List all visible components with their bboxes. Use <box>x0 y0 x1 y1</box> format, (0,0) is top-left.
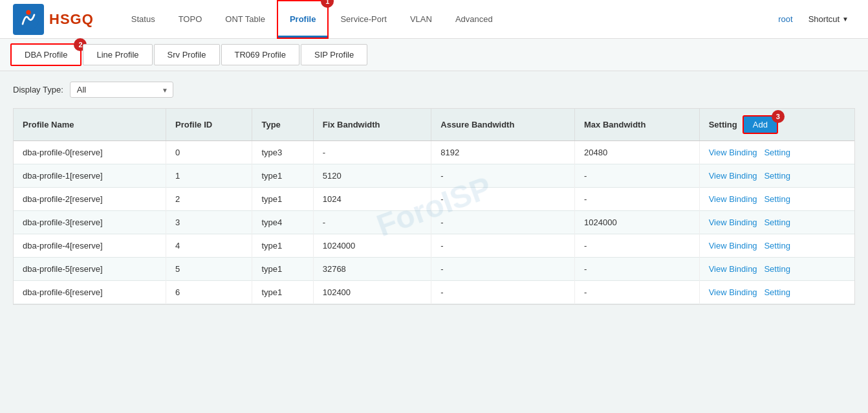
cell-setting-actions: View Binding Setting <box>699 164 854 188</box>
cell-profile-name: dba-profile-2[reserve] <box>14 188 166 211</box>
cell-type: type1 <box>252 234 313 258</box>
cell-max-bandwidth: 1024000 <box>575 211 700 234</box>
tab-line-profile[interactable]: Line Profile <box>83 44 152 65</box>
add-badge: 3 <box>772 110 785 123</box>
setting-link[interactable]: Setting <box>764 264 790 274</box>
display-type-row: Display Type: All <box>13 82 855 98</box>
cell-profile-id: 6 <box>166 281 252 304</box>
view-binding-link[interactable]: View Binding <box>709 264 757 274</box>
logo-text: HSGQ <box>49 11 94 28</box>
cell-profile-name: dba-profile-5[reserve] <box>14 258 166 281</box>
cell-setting-actions: View Binding Setting <box>699 281 854 304</box>
cell-profile-id: 0 <box>166 141 252 164</box>
col-fix-bandwidth: Fix Bandwidth <box>313 109 431 141</box>
nav-item-ont-table[interactable]: ONT Table <box>213 0 277 39</box>
cell-setting-actions: View Binding Setting <box>699 211 854 234</box>
col-profile-name: Profile Name <box>14 109 166 141</box>
nav-item-status[interactable]: Status <box>120 0 167 39</box>
nav-item-profile[interactable]: Profile 1 <box>277 0 329 39</box>
dba-profile-table: Profile Name Profile ID Type Fix Bandwid… <box>14 109 854 304</box>
cell-profile-id: 2 <box>166 188 252 211</box>
table-wrapper: Profile Name Profile ID Type Fix Bandwid… <box>13 108 855 305</box>
setting-link[interactable]: Setting <box>764 194 790 204</box>
table-row: dba-profile-4[reserve] 4 type1 1024000 -… <box>14 234 854 258</box>
cell-setting-actions: View Binding Setting <box>699 258 854 281</box>
chevron-down-icon: ▼ <box>842 16 849 23</box>
view-binding-link[interactable]: View Binding <box>709 218 757 227</box>
cell-max-bandwidth: - <box>575 234 700 258</box>
nav-item-service-port[interactable]: Service-Port <box>329 0 398 39</box>
cell-fix-bandwidth: 1024000 <box>313 234 431 258</box>
logo-icon <box>13 4 44 35</box>
cell-assure-bandwidth: - <box>431 281 575 304</box>
cell-profile-id: 1 <box>166 164 252 188</box>
setting-link[interactable]: Setting <box>764 241 790 251</box>
cell-assure-bandwidth: - <box>431 234 575 258</box>
cell-setting-actions: View Binding Setting <box>699 188 854 211</box>
view-binding-link[interactable]: View Binding <box>709 241 757 251</box>
col-assure-bandwidth: Assure Bandwidth <box>431 109 575 141</box>
cell-max-bandwidth: - <box>575 164 700 188</box>
col-max-bandwidth: Max Bandwidth <box>575 109 700 141</box>
sub-tabs: DBA Profile 2 Line Profile Srv Profile T… <box>0 39 868 71</box>
display-type-label: Display Type: <box>13 85 63 95</box>
table-row: dba-profile-1[reserve] 1 type1 5120 - - … <box>14 164 854 188</box>
setting-link[interactable]: Setting <box>764 287 790 297</box>
cell-assure-bandwidth: 8192 <box>431 141 575 164</box>
cell-type: type4 <box>252 211 313 234</box>
cell-assure-bandwidth: - <box>431 258 575 281</box>
add-button[interactable]: Add 3 <box>743 115 778 134</box>
header: HSGQ Status TOPO ONT Table Profile 1 Ser… <box>0 0 868 39</box>
cell-fix-bandwidth: - <box>313 211 431 234</box>
setting-link[interactable]: Setting <box>764 148 790 157</box>
tab-tr069-profile[interactable]: TR069 Profile <box>221 44 299 65</box>
nav-item-topo[interactable]: TOPO <box>167 0 214 39</box>
tab-dba-profile[interactable]: DBA Profile 2 <box>10 43 81 66</box>
cell-fix-bandwidth: 32768 <box>313 258 431 281</box>
col-profile-id: Profile ID <box>166 109 252 141</box>
table-row: dba-profile-5[reserve] 5 type1 32768 - -… <box>14 258 854 281</box>
cell-max-bandwidth: - <box>575 188 700 211</box>
nav-right: root Shortcut ▼ <box>772 14 855 24</box>
cell-profile-name: dba-profile-1[reserve] <box>14 164 166 188</box>
col-type: Type <box>252 109 313 141</box>
cell-setting-actions: View Binding Setting <box>699 141 854 164</box>
table-row: dba-profile-0[reserve] 0 type3 - 8192 20… <box>14 141 854 164</box>
cell-setting-actions: View Binding Setting <box>699 234 854 258</box>
table-row: dba-profile-6[reserve] 6 type1 102400 - … <box>14 281 854 304</box>
cell-type: type1 <box>252 258 313 281</box>
setting-link[interactable]: Setting <box>764 218 790 227</box>
cell-profile-name: dba-profile-6[reserve] <box>14 281 166 304</box>
table-header-row: Profile Name Profile ID Type Fix Bandwid… <box>14 109 854 141</box>
cell-type: type1 <box>252 188 313 211</box>
cell-profile-name: dba-profile-4[reserve] <box>14 234 166 258</box>
cell-type: type1 <box>252 281 313 304</box>
cell-fix-bandwidth: - <box>313 141 431 164</box>
nav-user: root <box>772 14 799 24</box>
view-binding-link[interactable]: View Binding <box>709 287 757 297</box>
view-binding-link[interactable]: View Binding <box>709 171 757 181</box>
setting-link[interactable]: Setting <box>764 171 790 181</box>
display-type-select[interactable]: All <box>70 82 173 98</box>
logo-area: HSGQ <box>13 4 94 35</box>
cell-profile-id: 5 <box>166 258 252 281</box>
cell-profile-name: dba-profile-0[reserve] <box>14 141 166 164</box>
cell-profile-id: 4 <box>166 234 252 258</box>
table-row: dba-profile-3[reserve] 3 type4 - - 10240… <box>14 211 854 234</box>
tab-sip-profile[interactable]: SIP Profile <box>301 44 367 65</box>
cell-profile-name: dba-profile-3[reserve] <box>14 211 166 234</box>
nav-item-vlan[interactable]: VLAN <box>398 0 444 39</box>
view-binding-link[interactable]: View Binding <box>709 194 757 204</box>
col-setting: Setting Add 3 <box>699 109 854 141</box>
cell-type: type3 <box>252 141 313 164</box>
cell-max-bandwidth: - <box>575 281 700 304</box>
cell-fix-bandwidth: 1024 <box>313 188 431 211</box>
nav-item-advanced[interactable]: Advanced <box>444 0 505 39</box>
tab-srv-profile[interactable]: Srv Profile <box>154 44 220 65</box>
cell-fix-bandwidth: 5120 <box>313 164 431 188</box>
shortcut-menu[interactable]: Shortcut ▼ <box>802 14 855 24</box>
cell-assure-bandwidth: - <box>431 188 575 211</box>
view-binding-link[interactable]: View Binding <box>709 148 757 157</box>
cell-fix-bandwidth: 102400 <box>313 281 431 304</box>
content: Display Type: All Profile Name Profile I… <box>0 71 868 315</box>
